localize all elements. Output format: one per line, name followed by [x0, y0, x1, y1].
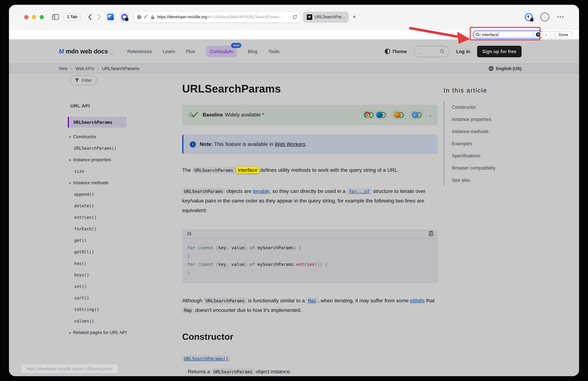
find-bar: interface 3 ✕ ‹ › Done [9, 29, 579, 39]
safari-window: 1 Tab https://developer.mozilla.org/en-U… [9, 5, 579, 376]
pitfalls-link[interactable]: pitfalls [410, 298, 425, 303]
code-block-header: JS [182, 229, 438, 238]
copy-icon[interactable] [429, 231, 433, 236]
toc-item-see-also[interactable]: See also [444, 174, 539, 186]
page-settings-icon[interactable] [137, 15, 141, 19]
zoom-window-button[interactable] [40, 15, 44, 19]
sidebar-section-instance-properties[interactable]: Instance properties [69, 157, 172, 162]
theme-toggle[interactable]: Theme [385, 49, 407, 54]
sidebar-toggle-icon[interactable] [52, 14, 59, 20]
nav-curriculum[interactable]: CurriculumNEW [206, 46, 237, 57]
lock-icon [151, 15, 154, 19]
find-input[interactable]: interface 3 ✕ [473, 31, 543, 38]
site-search-input[interactable]: _ [414, 45, 449, 57]
nav-learn[interactable]: Learn [163, 49, 175, 54]
chip-chrome-edge: ✓ ✓ [361, 110, 388, 120]
minimize-window-button[interactable] [32, 15, 36, 19]
breadcrumb-web-apis[interactable]: Web APIs [75, 66, 94, 71]
breadcrumb-separator: › [98, 66, 99, 71]
iterable-paragraph: URLSearchParams objects are iterable, so… [182, 186, 438, 215]
sidebar-item[interactable]: append() [74, 192, 172, 197]
tab-urlsearchparams[interactable]: M URLSearchPar... [303, 11, 349, 22]
nav-plus[interactable]: Plus [186, 49, 195, 54]
search-placeholder: _ [418, 49, 420, 54]
breadcrumb: Web › Web APIs › URLSearchParams English… [9, 63, 579, 74]
signup-button[interactable]: Sign up for free [477, 45, 522, 57]
find-done-button[interactable]: Done [555, 31, 572, 38]
reader-icon[interactable] [144, 15, 148, 19]
forward-button[interactable] [97, 14, 101, 20]
inline-code: Map [182, 307, 194, 314]
iterable-link[interactable]: iterable [253, 188, 270, 194]
find-magnifier-icon[interactable] [476, 32, 481, 37]
sidebar-item[interactable]: values() [74, 319, 172, 323]
search-icon [440, 49, 445, 54]
extension-1-icon[interactable] [105, 12, 115, 22]
sidebar-item[interactable]: delete() [74, 203, 172, 208]
tab-title: URLSearchPar... [315, 15, 345, 19]
back-button[interactable] [88, 14, 92, 20]
sidebar-item[interactable]: forEach() [74, 226, 172, 231]
baseline-banner[interactable]: BaselineWidely available * ✓ ✓ ✓ ✓ [182, 105, 438, 125]
sidebar-item[interactable]: size [74, 169, 172, 174]
globe-icon [489, 66, 494, 71]
sidebar-item[interactable]: entries() [74, 215, 172, 220]
left-sidebar: Filter URL API URLSearchParams Construct… [61, 74, 172, 335]
page-title: URLSearchParams [182, 83, 438, 95]
baseline-text: BaselineWidely available * [203, 112, 264, 118]
sidebar-item[interactable]: keys() [74, 272, 172, 277]
tab-count-button[interactable]: 1 Tab [63, 13, 81, 21]
toc-item-instance-properties[interactable]: Instance properties [444, 113, 539, 125]
toc-item-constructor[interactable]: Constructor [444, 101, 539, 113]
close-window-button[interactable] [24, 15, 28, 19]
mdn-favicon: M [307, 14, 312, 20]
toc-item-instance-methods[interactable]: Instance methods [444, 125, 539, 137]
sidebar-item[interactable]: toString() [74, 307, 172, 312]
new-tab-button[interactable]: + [352, 13, 356, 21]
chip-safari: ✓ [409, 110, 424, 120]
1password-icon[interactable] [525, 13, 533, 21]
login-link[interactable]: Log in [456, 49, 470, 54]
extension-2-icon[interactable] [120, 12, 129, 22]
breadcrumb-web[interactable]: Web [59, 66, 68, 71]
sidebar-item[interactable]: getAll() [74, 249, 172, 254]
filter-button[interactable]: Filter [70, 75, 97, 85]
mdn-logo[interactable]: M mdn web docs _ [59, 48, 113, 55]
code-line: for (const [key, value] of mySearchParam… [187, 260, 433, 269]
code-line: } [187, 252, 433, 260]
reload-icon[interactable] [292, 15, 297, 19]
sidebar-item[interactable]: has() [74, 261, 172, 266]
sidebar-item[interactable]: set() [74, 284, 172, 289]
chevron-down-icon[interactable]: ⌄ [429, 112, 432, 117]
toc-item-browser-compatibility[interactable]: Browser compatibility [444, 162, 539, 174]
nav-tools[interactable]: Tools [268, 49, 279, 54]
inline-code: URLSearchParams [211, 369, 254, 375]
sidebar-section-constructor[interactable]: Constructor [69, 134, 172, 139]
web-workers-link[interactable]: Web Workers [275, 141, 306, 147]
toc-list: Constructor Instance properties Instance… [443, 101, 539, 186]
toc-item-specifications[interactable]: Specifications [444, 150, 539, 162]
extension-2-glyph [121, 14, 128, 20]
toc-item-examples[interactable]: Examples [444, 137, 539, 150]
sidebar-item[interactable]: URLSearchParams() [74, 146, 172, 151]
firefox-icon: ✓ [394, 112, 404, 118]
locale-switcher[interactable]: English (US) [489, 66, 522, 71]
for-of-link[interactable]: for...of [347, 188, 372, 195]
map-link[interactable]: Map [306, 297, 318, 304]
address-bar[interactable]: https://developer.mozilla.org/en-US/docs… [134, 11, 300, 22]
more-options-icon[interactable]: ••• [557, 14, 564, 20]
nav-references[interactable]: References [127, 49, 152, 54]
sidebar-item[interactable]: sort() [74, 296, 172, 300]
article: URLSearchParams BaselineWidely available… [182, 74, 438, 375]
find-previous-button[interactable]: ‹ [541, 31, 551, 38]
nav-blog[interactable]: Blog [248, 49, 257, 54]
urlsearchparams-constructor-link[interactable]: URLSearchParams() [182, 355, 230, 362]
sidebar-section-instance-methods[interactable]: Instance methods [69, 180, 172, 185]
sidebar-category: URL API [70, 103, 172, 109]
download-icon[interactable]: ↓ [540, 12, 549, 22]
sidebar-item-urlsearchparams-active[interactable]: URLSearchParams [68, 117, 126, 128]
code-lang-label: JS [187, 231, 191, 236]
sidebar-section-related-pages[interactable]: Related pages for URL API [69, 330, 172, 335]
find-clear-icon[interactable]: ✕ [536, 32, 540, 37]
sidebar-item[interactable]: get() [74, 238, 172, 243]
